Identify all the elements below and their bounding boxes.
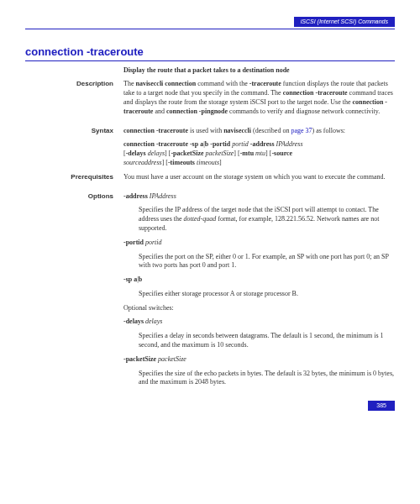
header-bar: iSCSI (Internet SCSI) Commands	[25, 17, 395, 27]
prerequisites-label: Prerequisites	[25, 173, 123, 187]
syntax-content: connection -traceroute is used with navi…	[123, 127, 395, 168]
page-link[interactable]: page 37	[291, 127, 312, 134]
prerequisites-row: Prerequisites You must have a user accou…	[25, 173, 395, 187]
description-content: The naviseccli connection command with t…	[123, 80, 395, 121]
document-page: iSCSI (Internet SCSI) Commands connectio…	[0, 0, 420, 428]
options-label: Options	[25, 192, 123, 393]
options-content: -address IPAddress Specifies the IP addr…	[123, 192, 395, 393]
subtitle-row: Display the route that a packet takes to…	[25, 66, 395, 76]
syntax-label: Syntax	[25, 127, 123, 168]
description-label: Description	[25, 80, 123, 121]
footer: 385	[25, 401, 395, 410]
prerequisites-content: You must have a user account on the stor…	[123, 173, 395, 187]
header-rule	[25, 29, 395, 29]
description-row: Description The naviseccli connection co…	[25, 80, 395, 121]
page-number: 385	[368, 401, 395, 410]
options-row: Options -address IPAddress Specifies the…	[25, 192, 395, 393]
subtitle: Display the route that a packet takes to…	[123, 66, 395, 76]
syntax-row: Syntax connection -traceroute is used wi…	[25, 127, 395, 168]
header-title: iSCSI (Internet SCSI) Commands	[294, 17, 395, 27]
section-title: connection -traceroute	[25, 45, 395, 61]
